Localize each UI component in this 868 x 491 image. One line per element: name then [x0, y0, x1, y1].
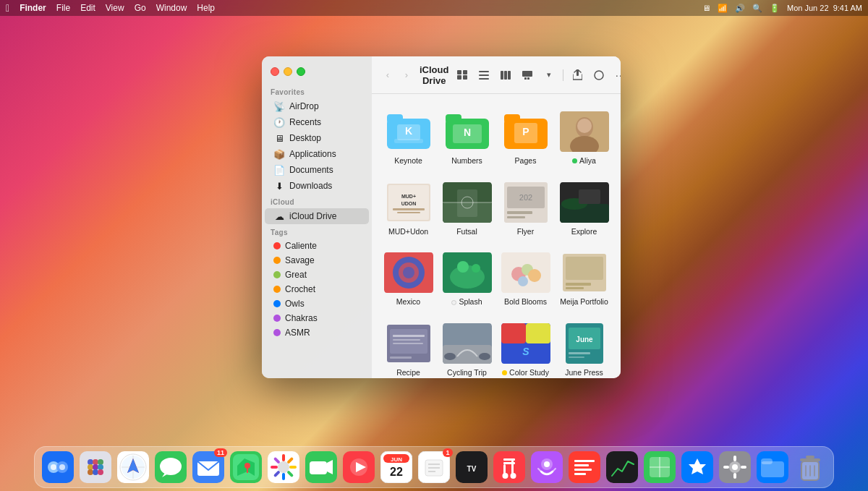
file-item-june-press[interactable]: June June Press Release — [556, 317, 612, 378]
menu-window[interactable]: Window — [156, 3, 187, 13]
dock-music[interactable] — [492, 450, 527, 484]
file-thumb-flyer: 202 — [501, 181, 550, 224]
svg-point-66 — [518, 276, 528, 286]
file-item-flyer[interactable]: 202 Flyer — [498, 176, 553, 242]
minimize-button[interactable] — [284, 67, 292, 76]
dock-itunes[interactable] — [341, 450, 376, 484]
maximize-button[interactable] — [297, 67, 305, 76]
file-thumb-mududon: MUD+ UDON — [384, 181, 433, 224]
menu-view[interactable]: View — [106, 3, 124, 13]
svg-text:P: P — [522, 126, 529, 137]
svg-point-104 — [88, 459, 93, 465]
file-item-splash[interactable]: Splash — [439, 247, 495, 312]
search-icon[interactable]: 🔍 — [752, 4, 762, 13]
sidebar-item-tag-chakras[interactable]: Chakras — [265, 311, 369, 325]
svg-point-106 — [98, 459, 103, 465]
svg-rect-0 — [457, 70, 461, 74]
svg-point-57 — [403, 267, 414, 278]
aliya-tag-dot — [572, 158, 577, 163]
file-item-futsal[interactable]: Futsal — [439, 176, 495, 242]
svg-rect-169 — [574, 473, 586, 475]
file-name-meija-portfolio: Meija Portfolio — [560, 297, 608, 307]
file-item-mududon[interactable]: MUD+ UDON MUD+Udon — [380, 176, 436, 242]
dock-appletv[interactable]: TV — [454, 450, 489, 484]
file-thumb-recipe-journal — [384, 322, 433, 365]
file-item-recipe-journal[interactable]: Recipe Journal — [380, 317, 436, 378]
file-item-bold-blooms[interactable]: Bold Blooms — [498, 247, 553, 312]
more-actions-button[interactable]: ··· — [611, 67, 621, 83]
dock-photos[interactable] — [266, 450, 301, 484]
view-options-button[interactable]: ▾ — [540, 67, 558, 83]
file-name-mududon: MUD+Udon — [388, 227, 428, 237]
file-item-cycling-trip[interactable]: Cycling Trip — [439, 317, 495, 378]
back-button[interactable]: ‹ — [379, 67, 396, 83]
svg-rect-3 — [463, 75, 467, 80]
file-item-aliya[interactable]: Aliya — [556, 106, 612, 171]
file-item-keynote[interactable]: K Keynote — [380, 106, 436, 171]
view-icon-grid[interactable] — [453, 67, 472, 83]
sidebar-item-applications[interactable]: 📦 Applications — [265, 146, 369, 162]
forward-button[interactable]: › — [398, 67, 415, 83]
dock-launchpad[interactable] — [78, 450, 113, 484]
dock-facetime[interactable] — [304, 450, 339, 484]
menu-edit[interactable]: Edit — [80, 3, 95, 13]
tag-button[interactable] — [590, 67, 608, 83]
svg-point-61 — [472, 264, 480, 273]
sidebar-item-tag-great[interactable]: Great — [265, 268, 369, 282]
file-name-cycling-trip: Cycling Trip — [447, 368, 487, 378]
dock-news[interactable] — [567, 450, 602, 484]
sidebar-item-desktop[interactable]: 🖥 Desktop — [265, 130, 369, 146]
sidebar-item-icloud-drive[interactable]: ☁ iCloud Drive — [265, 208, 369, 224]
file-item-explore[interactable]: Explore — [556, 176, 612, 242]
svg-rect-39 — [397, 212, 420, 213]
dock-messages[interactable] — [153, 450, 188, 484]
share-button[interactable] — [568, 67, 587, 83]
file-item-meija-portfolio[interactable]: Meija Portfolio — [556, 247, 612, 312]
close-button[interactable] — [271, 67, 279, 76]
sidebar-item-recents[interactable]: 🕐 Recents — [265, 114, 369, 130]
svg-rect-165 — [569, 451, 600, 483]
dock-stocks[interactable] — [605, 450, 639, 484]
dock-maps[interactable] — [229, 450, 263, 484]
documents-icon: 📄 — [273, 164, 285, 176]
sidebar-item-tag-owls[interactable]: Owls — [265, 296, 369, 311]
file-item-color-study[interactable]: S Color Study — [498, 317, 553, 378]
sidebar-item-airdrop[interactable]: 📡 AirDrop — [265, 98, 369, 114]
menu-help[interactable]: Help — [197, 3, 215, 13]
dock-mail[interactable]: 11 — [191, 450, 226, 484]
dock-numbers[interactable] — [642, 450, 677, 484]
view-icon-gallery[interactable] — [518, 67, 537, 83]
svg-rect-167 — [574, 464, 589, 466]
desktop-icon: 🖥 — [273, 132, 285, 144]
svg-rect-48 — [507, 211, 532, 214]
sidebar-item-downloads[interactable]: ⬇ Downloads — [265, 178, 369, 194]
file-thumb-pages: P — [501, 110, 550, 153]
file-item-mexico[interactable]: Mexico — [380, 247, 436, 312]
dock-appstore[interactable] — [680, 450, 715, 484]
dock-trash[interactable] — [793, 450, 827, 484]
sidebar-item-documents[interactable]: 📄 Documents — [265, 162, 369, 178]
dock-calendar[interactable]: JUN22 — [379, 450, 414, 484]
dock-stack[interactable] — [755, 450, 790, 484]
sidebar-item-tag-caliente[interactable]: Caliente — [265, 239, 369, 253]
sidebar-item-tag-crochet[interactable]: Crochet — [265, 282, 369, 296]
dock-safari[interactable] — [116, 450, 150, 484]
menu-file[interactable]: File — [56, 3, 70, 13]
apple-menu[interactable]:  — [6, 2, 9, 14]
dock-podcasts[interactable] — [529, 450, 564, 484]
view-icon-columns[interactable] — [496, 67, 515, 83]
menu-finder[interactable]: Finder — [20, 3, 46, 13]
file-item-numbers[interactable]: N Numbers — [439, 106, 495, 171]
dock-reminders[interactable]: 1 — [417, 450, 451, 484]
sidebar-item-tag-asmr[interactable]: ASMR — [265, 325, 369, 340]
dock-system-prefs[interactable] — [718, 450, 752, 484]
file-name-flyer: Flyer — [517, 227, 534, 237]
view-icon-list[interactable] — [475, 67, 493, 83]
svg-text:S: S — [522, 346, 529, 357]
svg-text:MUD+: MUD+ — [401, 194, 415, 199]
menu-go[interactable]: Go — [135, 3, 146, 13]
dock-finder[interactable] — [41, 450, 75, 484]
svg-rect-53 — [579, 189, 600, 204]
sidebar-item-tag-savage[interactable]: Savage — [265, 253, 369, 268]
file-item-pages[interactable]: P Pages — [498, 106, 553, 171]
